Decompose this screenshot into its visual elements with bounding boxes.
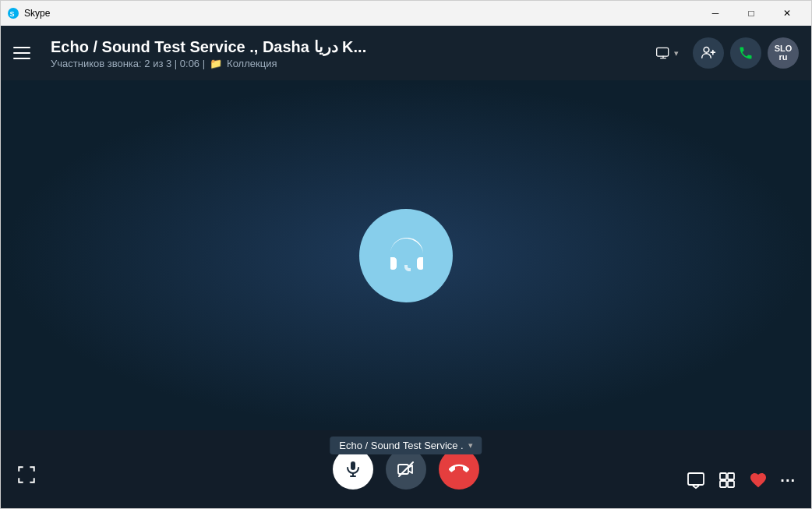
- menu-line-2: [13, 52, 30, 54]
- title-bar-text: Skype: [24, 8, 697, 19]
- participant-label-text: Echo / Sound Test Service .: [339, 440, 463, 451]
- heart-icon: [749, 471, 768, 490]
- svg-rect-13: [728, 473, 734, 479]
- end-call-icon: [449, 459, 469, 479]
- collection-icon: 📁: [210, 58, 222, 69]
- microphone-icon: [344, 460, 362, 479]
- screen-share-chevron: ▾: [674, 48, 679, 58]
- more-options-button[interactable]: ···: [780, 472, 796, 490]
- svg-text:S: S: [10, 10, 15, 18]
- call-main-area: [1, 80, 811, 430]
- add-person-icon: [701, 45, 716, 61]
- chat-icon: [687, 471, 705, 490]
- headset-icon: [383, 232, 429, 279]
- split-view-icon: [718, 471, 736, 490]
- title-bar: S Skype ─ □ ✕: [1, 1, 811, 26]
- screen-share-button[interactable]: ▾: [648, 41, 687, 65]
- collection-label: Коллекция: [227, 58, 277, 69]
- call-active-button[interactable]: [730, 37, 761, 69]
- svg-rect-11: [688, 473, 704, 485]
- call-controls: [333, 449, 479, 490]
- svg-rect-2: [657, 48, 669, 56]
- window-controls: ─ □ ✕: [697, 1, 805, 26]
- chat-button[interactable]: [687, 471, 705, 490]
- phone-icon: [738, 45, 754, 61]
- screen-share-icon: [655, 45, 671, 61]
- add-person-button[interactable]: [693, 37, 724, 69]
- call-header: Echo / Sound Test Service ., Dasha دریا …: [1, 26, 811, 80]
- avatar-initials: SLOru: [775, 44, 793, 62]
- maximize-button[interactable]: □: [733, 1, 769, 26]
- more-dots: ···: [780, 472, 796, 490]
- menu-button[interactable]: [13, 41, 38, 65]
- participant-label-chevron: ▾: [468, 440, 473, 451]
- fullscreen-icon: [16, 465, 37, 485]
- fullscreen-button[interactable]: [16, 465, 37, 490]
- call-info: Echo / Sound Test Service ., Dasha دریا …: [51, 37, 648, 69]
- call-title: Echo / Sound Test Service ., Dasha دریا …: [51, 37, 518, 56]
- svg-point-3: [704, 48, 709, 53]
- split-view-button[interactable]: [718, 471, 736, 490]
- svg-rect-12: [720, 473, 726, 479]
- video-off-icon: [397, 460, 415, 479]
- end-call-button[interactable]: [439, 449, 479, 490]
- mute-button[interactable]: [333, 449, 373, 490]
- user-avatar-button[interactable]: SLOru: [768, 37, 799, 69]
- call-subtitle-text: Участников звонка: 2 из 3 | 0:06 |: [51, 58, 205, 69]
- header-actions: ▾: [648, 37, 799, 69]
- call-bottom-bar: Echo / Sound Test Service . ▾: [1, 430, 811, 508]
- left-actions: [16, 465, 37, 490]
- app-window: S Skype ─ □ ✕ Echo / Sound Test Service …: [0, 0, 812, 509]
- skype-logo-icon: S: [7, 7, 19, 19]
- video-toggle-button[interactable]: [386, 449, 426, 490]
- close-button[interactable]: ✕: [769, 1, 805, 26]
- menu-line-1: [13, 47, 30, 48]
- svg-rect-15: [728, 481, 734, 487]
- call-subtitle: Участников звонка: 2 из 3 | 0:06 | 📁 Кол…: [51, 58, 648, 69]
- echo-avatar: [359, 209, 453, 302]
- participant-label: Echo / Sound Test Service . ▾: [330, 437, 482, 454]
- svg-rect-6: [351, 461, 355, 470]
- minimize-button[interactable]: ─: [697, 1, 733, 26]
- side-actions: ···: [687, 471, 796, 490]
- app-content: Echo / Sound Test Service ., Dasha دریا …: [1, 26, 811, 508]
- svg-rect-14: [720, 481, 726, 487]
- heart-button[interactable]: [749, 471, 768, 490]
- menu-line-3: [13, 58, 30, 59]
